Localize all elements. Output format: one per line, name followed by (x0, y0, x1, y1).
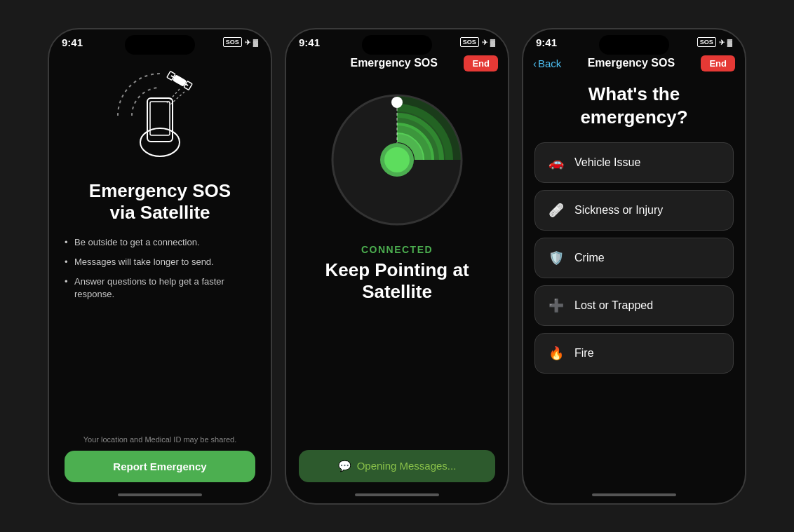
fire-icon: 🔥 (546, 343, 566, 363)
option-lost-trapped[interactable]: ➕ Lost or Trapped (534, 285, 734, 326)
svg-rect-3 (173, 75, 186, 86)
sos-title: Emergency SOS via Satellite (89, 180, 231, 224)
svg-rect-2 (150, 102, 170, 135)
option-crime[interactable]: 🛡️ Crime (534, 238, 734, 278)
svg-point-13 (391, 97, 403, 108)
status-icons-1: SOS ✈ ▓ (223, 37, 258, 47)
emergency-question-title: What's the emergency? (580, 83, 687, 130)
dynamic-island-3 (599, 35, 669, 55)
lost-trapped-icon: ➕ (546, 296, 566, 315)
keep-pointing-label: Keep Pointing at Satellite (325, 259, 469, 303)
end-button-3[interactable]: End (701, 55, 735, 71)
dynamic-island-1 (125, 35, 195, 55)
vehicle-icon: 🚗 (546, 153, 566, 172)
nav-title-3: Emergency SOS (588, 57, 675, 69)
status-time-3: 9:41 (536, 36, 557, 48)
connected-label: CONNECTED (361, 244, 433, 255)
signal-icon-3: ✈ (719, 39, 725, 46)
bullet-item-1: Be outside to get a connection. (65, 236, 255, 249)
crime-icon: 🛡️ (546, 248, 566, 268)
battery-icon-1: ▓ (253, 39, 258, 46)
battery-icon-2: ▓ (490, 39, 495, 46)
signal-icon-2: ✈ (482, 39, 487, 46)
home-indicator-3 (592, 493, 676, 496)
option-vehicle-label: Vehicle Issue (574, 156, 640, 169)
sickness-icon: 🩹 (546, 200, 566, 220)
svg-point-12 (384, 147, 410, 172)
nav-title-2: Emergency SOS (350, 57, 438, 69)
sos-indicator-1: SOS (223, 37, 242, 47)
option-fire-label: Fire (574, 347, 594, 360)
back-label: Back (538, 57, 561, 69)
sos-indicator-2: SOS (460, 37, 479, 47)
emergency-options-list: 🚗 Vehicle Issue 🩹 Sickness or Injury 🛡️ … (534, 142, 734, 374)
phone-3: 9:41 SOS ✈ ▓ ‹ Back Emergency SOS End Wh… (522, 28, 746, 505)
nav-bar-3: ‹ Back Emergency SOS End (523, 51, 745, 76)
back-button[interactable]: ‹ Back (533, 57, 561, 69)
screen-3-content: What's the emergency? 🚗 Vehicle Issue 🩹 … (523, 76, 745, 493)
nav-bar-2: Emergency SOS End (286, 51, 508, 76)
status-icons-2: SOS ✈ ▓ (460, 37, 495, 47)
bullet-item-2: Messages will take longer to send. (65, 256, 255, 268)
battery-icon-3: ▓ (727, 39, 732, 46)
option-sickness-injury[interactable]: 🩹 Sickness or Injury (534, 190, 734, 231)
svg-line-8 (167, 89, 180, 103)
option-vehicle-issue[interactable]: 🚗 Vehicle Issue (534, 142, 734, 183)
satellite-illustration (104, 60, 216, 172)
radar-container (327, 90, 467, 230)
home-indicator-2 (355, 493, 439, 496)
bullet-item-3: Answer questions to help get a faster re… (65, 275, 255, 301)
option-sickness-label: Sickness or Injury (574, 204, 663, 217)
screen-1-content: Emergency SOS via Satellite Be outside t… (49, 51, 271, 493)
home-indicator-1 (118, 493, 202, 496)
report-emergency-button[interactable]: Report Emergency (65, 451, 255, 482)
end-button-2[interactable]: End (464, 55, 498, 71)
radar-svg (327, 90, 467, 230)
bullet-list: Be outside to get a connection. Messages… (65, 236, 255, 308)
opening-messages-button[interactable]: 💬 Opening Messages... (299, 450, 495, 482)
phone-1: 9:41 SOS ✈ ▓ (48, 28, 272, 505)
opening-messages-label: Opening Messages... (357, 460, 457, 472)
option-lost-label: Lost or Trapped (574, 299, 653, 312)
dynamic-island-2 (362, 35, 432, 55)
chevron-left-icon: ‹ (533, 57, 537, 69)
option-crime-label: Crime (574, 252, 605, 264)
location-note: Your location and Medical ID may be shar… (83, 435, 237, 444)
status-time-1: 9:41 (62, 36, 83, 48)
satellite-svg (104, 60, 216, 172)
status-icons-3: SOS ✈ ▓ (697, 37, 732, 47)
signal-icon-1: ✈ (245, 39, 250, 46)
status-time-2: 9:41 (299, 36, 320, 48)
option-fire[interactable]: 🔥 Fire (534, 333, 734, 374)
phone-2: 9:41 SOS ✈ ▓ Emergency SOS End (285, 28, 509, 505)
message-icon: 💬 (338, 460, 351, 472)
screen-2-content: CONNECTED Keep Pointing at Satellite 💬 O… (286, 76, 508, 493)
sos-indicator-3: SOS (697, 37, 716, 47)
